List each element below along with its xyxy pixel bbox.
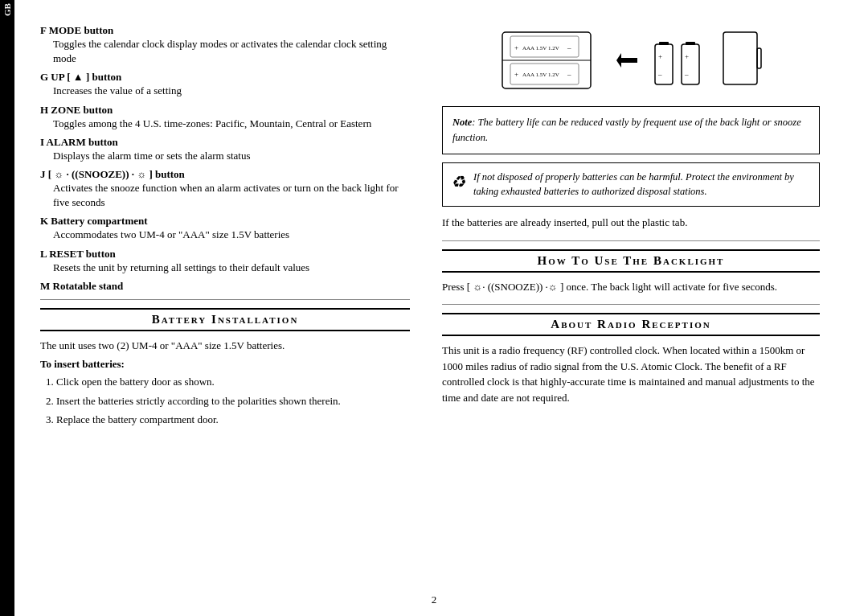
item-I: I ALARM button Displays the alarm time o… [40,136,410,163]
radio-text: This unit is a radio frequency (RF) cont… [442,343,820,405]
battery-separator-text: If the batteries are already inserted, p… [442,215,820,231]
svg-text:–: – [684,70,689,78]
backlight-title: How To Use The Backlight [442,249,820,273]
divider-radio [442,304,820,305]
device-shape-svg [719,28,764,92]
divider-backlight [442,240,820,241]
divider-battery [40,299,410,300]
battery-step-1: Click open the battery door as shown. [56,374,410,390]
svg-text:–: – [657,70,662,78]
arrow-left-icon [615,48,639,72]
svg-text:–: – [567,43,571,51]
item-H-header: H ZONE button [40,104,410,117]
battery-step-3: Replace the battery compartment door. [56,412,410,428]
svg-text:+: + [514,43,518,51]
battery-installation-title: Battery Installation [40,308,410,331]
item-H-body: Toggles among the 4 U.S. time-zones: Pac… [53,117,410,131]
battery-compartment-svg: + – + – AAA 1.5V 1.2V AAA 1.5V 1.2V [498,24,603,97]
item-G-header: G UP [ ▲ ] button [40,71,410,84]
item-I-header: I ALARM button [40,136,410,149]
backlight-text: Press [ ☼· ((SNOOZE)) ·☼ ] once. The bac… [442,279,820,295]
battery-step-2: Insert the batteries strictly according … [56,393,410,409]
page-number: 2 [432,593,437,606]
item-F-body: Toggles the calendar clock display modes… [53,37,410,66]
battery-intro-text: The unit uses two (2) UM-4 or "AAA" size… [40,338,410,354]
item-M-header: M Rotatable stand [40,280,410,293]
recycle-text: If not disposed of properly batteries ca… [473,170,811,200]
svg-text:+: + [685,52,689,60]
backlight-section: How To Use The Backlight Press [ ☼· ((SN… [442,249,820,295]
battery-installation-section: Battery Installation The unit uses two (… [40,308,410,428]
item-G-body: Increases the value of a setting [53,84,410,98]
svg-text:AAA 1.5V 1.2V: AAA 1.5V 1.2V [522,45,559,51]
right-column: + – + – AAA 1.5V 1.2V AAA 1.5V 1.2V + [426,24,820,600]
recycle-box: ♻ If not disposed of properly batteries … [442,162,820,207]
item-F: F MODE button Toggles the calendar clock… [40,24,410,66]
recycle-icon: ♻ [451,170,465,194]
item-G: G UP [ ▲ ] button Increases the value of… [40,71,410,98]
svg-rect-20 [757,48,761,68]
note-label: Note [452,117,472,128]
note-box: Note: The battery life can be reduced va… [442,106,820,154]
item-L: L RESET button Resets the unit by return… [40,248,410,275]
svg-rect-19 [723,32,757,84]
item-K: K Battery compartment Accommodates two U… [40,215,410,242]
svg-text:AAA 1.5V 1.2V: AAA 1.5V 1.2V [522,72,559,78]
loose-batteries-svg: + – + – [651,28,707,92]
svg-rect-15 [682,44,699,84]
item-M: M Rotatable stand [40,280,410,293]
item-J: J [ ☼ · ((SNOOZE)) · ☼ ] button Activate… [40,168,410,210]
item-L-header: L RESET button [40,248,410,261]
note-text: : The battery life can be reduced vastly… [452,117,801,143]
item-F-header: F MODE button [40,24,410,37]
item-J-header: J [ ☼ · ((SNOOZE)) · ☼ ] button [40,168,410,181]
item-L-body: Resets the unit by returning all setting… [53,261,410,275]
item-K-header: K Battery compartment [40,215,410,228]
radio-section: About Radio Reception This unit is a rad… [442,313,820,405]
item-J-body: Activates the snooze function when an al… [53,181,410,210]
svg-text:+: + [658,52,662,60]
radio-title: About Radio Reception [442,313,820,336]
item-K-body: Accommodates two UM-4 or "AAA" size 1.5V… [53,228,410,242]
svg-text:+: + [514,70,518,78]
item-I-body: Displays the alarm time or sets the alar… [53,149,410,163]
svg-rect-16 [686,42,695,45]
svg-rect-11 [655,44,673,84]
svg-text:–: – [567,70,571,78]
insert-batteries-header: To insert batteries: [40,358,410,371]
svg-marker-10 [616,53,637,68]
battery-steps: Click open the battery door as shown. In… [56,374,410,428]
svg-rect-12 [659,42,669,45]
battery-diagram-area: + – + – AAA 1.5V 1.2V AAA 1.5V 1.2V + [442,24,820,97]
left-column: F MODE button Toggles the calendar clock… [32,24,426,600]
item-H: H ZONE button Toggles among the 4 U.S. t… [40,104,410,131]
